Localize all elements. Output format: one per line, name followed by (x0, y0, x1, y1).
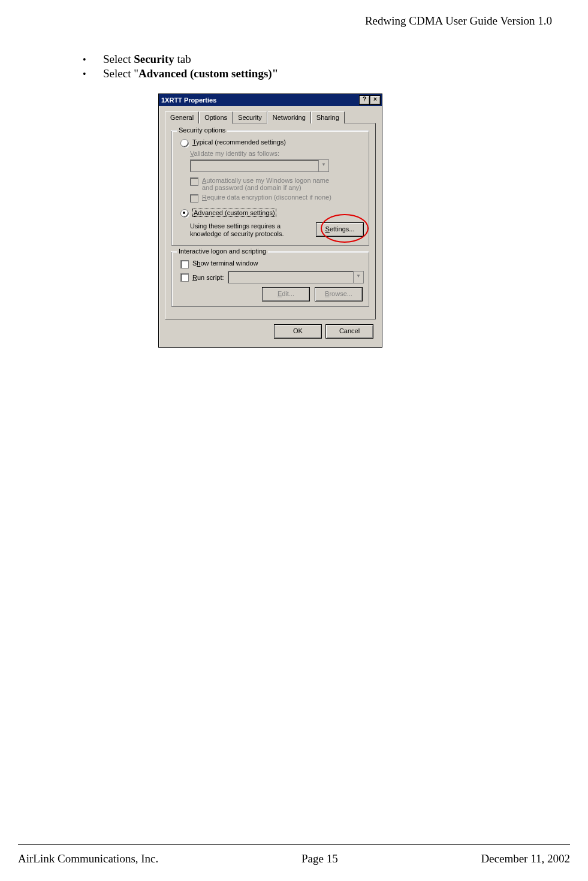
ok-button[interactable]: OK (274, 324, 322, 339)
bullet-text-pre: Select (103, 53, 134, 65)
bullet-dot-icon: • (83, 55, 103, 65)
tab-strip: General Options Security Networking Shar… (165, 111, 376, 123)
checkbox-icon (190, 194, 198, 203)
tab-options[interactable]: Options (199, 111, 233, 123)
group-legend: Security options (177, 126, 227, 134)
checkbox-icon (190, 177, 198, 186)
checkbox-icon[interactable] (180, 273, 189, 282)
security-options-group: Security options Typical (recommended se… (171, 131, 369, 246)
group-legend: Interactive logon and scripting (177, 248, 268, 255)
bullet-text-pre: Select " (103, 67, 138, 80)
bullet-item: • Select "Advanced (custom settings)" (83, 67, 538, 80)
dialog-title: 1XRTT Properties (161, 96, 359, 104)
validate-combo: ▼ (190, 159, 329, 172)
run-script-label: Run script: (192, 274, 224, 281)
advanced-radio[interactable]: Advanced (custom settings) (180, 209, 364, 218)
tab-sharing[interactable]: Sharing (311, 111, 345, 123)
cancel-button[interactable]: Cancel (325, 324, 373, 339)
tab-networking[interactable]: Networking (267, 111, 311, 123)
footer-right: December 11, 2002 (481, 852, 570, 865)
screenshot: 1XRTT Properties ? × General Options Sec… (158, 93, 538, 348)
edit-button: Edit... (262, 287, 310, 301)
chevron-down-icon: ▼ (353, 271, 363, 283)
footer-rule (18, 844, 570, 845)
run-script-row: Run script: ▼ (180, 271, 364, 283)
bullet-text-bold: Advanced (custom settings)" (138, 67, 278, 80)
bullet-item: • Select Security tab (83, 53, 538, 66)
page-header: Redwing CDMA User Guide Version 1.0 (365, 14, 552, 28)
content-area: • Select Security tab • Select "Advanced… (83, 53, 538, 348)
logon-scripting-group: Interactive logon and scripting Show ter… (171, 252, 369, 307)
security-panel: Security options Typical (recommended se… (165, 123, 376, 319)
typical-radio[interactable]: Typical (recommended settings) (180, 138, 364, 147)
run-script-combo: ▼ (228, 271, 364, 283)
require-encryption-check: Require data encryption (disconnect if n… (190, 194, 364, 203)
close-button[interactable]: × (370, 95, 381, 105)
footer-center: Page 15 (301, 852, 338, 865)
footer-left: AirLink Communications, Inc. (18, 852, 158, 865)
radio-icon (180, 209, 189, 218)
browse-button: Browse... (315, 287, 363, 301)
show-terminal-check[interactable]: Show terminal window (180, 260, 364, 268)
chevron-down-icon: ▼ (318, 160, 328, 171)
tab-general[interactable]: General (165, 111, 199, 123)
auto-logon-check: Automatically use my Windows logon name … (190, 177, 364, 191)
help-button[interactable]: ? (359, 95, 370, 105)
titlebar: 1XRTT Properties ? × (159, 94, 382, 106)
validate-label: Validate my identity as follows: (190, 150, 364, 157)
settings-button[interactable]: Settings... (316, 222, 364, 237)
bullet-text-post: tab (174, 53, 191, 65)
tab-security[interactable]: Security (233, 111, 267, 123)
radio-icon (180, 139, 189, 147)
checkbox-icon (180, 260, 189, 268)
bullet-dot-icon: • (83, 69, 103, 80)
advanced-description: Using these settings requires a knowledg… (190, 222, 310, 238)
bullet-text-bold: Security (134, 53, 174, 65)
page-footer: AirLink Communications, Inc. Page 15 Dec… (18, 852, 570, 865)
properties-dialog: 1XRTT Properties ? × General Options Sec… (158, 93, 382, 348)
